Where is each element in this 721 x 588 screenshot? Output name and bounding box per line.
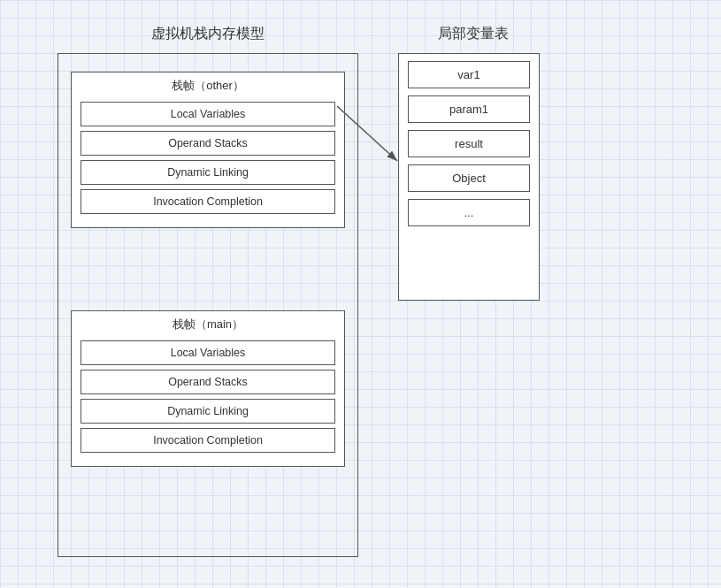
stack-box: 栈帧（other） Local Variables Operand Stacks… (58, 53, 358, 557)
local-var-row-4: ... (408, 199, 530, 226)
frame-main-row-1: Operand Stacks (81, 370, 335, 394)
frame-other-row-3: Invocation Completion (81, 189, 335, 214)
diagram: 虚拟机栈内存模型 局部变量表 栈帧（other） Local Variables… (0, 0, 721, 588)
frame-main-row-3: Invocation Completion (81, 428, 335, 453)
local-var-row-2: result (408, 130, 530, 157)
frame-other-row-0: Local Variables (81, 102, 335, 126)
local-var-row-1: param1 (408, 95, 530, 123)
local-var-row-0: var1 (408, 61, 530, 88)
local-var-box: var1 param1 result Object ... (398, 53, 540, 301)
frame-other: 栈帧（other） Local Variables Operand Stacks… (71, 72, 345, 228)
frame-other-row-2: Dynamic Linking (81, 160, 335, 185)
local-var-row-3: Object (408, 164, 530, 192)
local-vars-title: 局部变量表 (372, 25, 575, 43)
frame-main-row-0: Local Variables (81, 340, 335, 365)
frame-main-row-2: Dynamic Linking (81, 399, 335, 424)
frame-other-row-1: Operand Stacks (81, 131, 335, 156)
stack-title: 虚拟机栈内存模型 (58, 25, 358, 43)
frame-other-title: 栈帧（other） (72, 73, 344, 97)
frame-main: 栈帧（main） Local Variables Operand Stacks … (71, 310, 345, 467)
frame-main-title: 栈帧（main） (72, 311, 344, 336)
